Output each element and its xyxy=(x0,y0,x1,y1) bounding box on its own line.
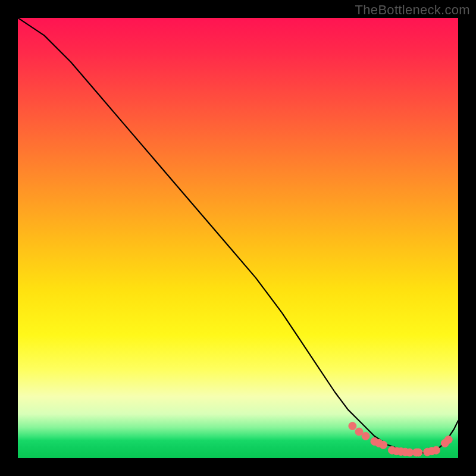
bottleneck-curve xyxy=(18,18,458,453)
data-marker xyxy=(349,422,356,430)
curve-markers xyxy=(349,422,452,456)
watermark-text: TheBottleneck.com xyxy=(355,2,470,18)
chart-frame: TheBottleneck.com xyxy=(0,0,476,476)
data-marker xyxy=(444,436,452,443)
data-marker xyxy=(433,446,440,454)
data-marker xyxy=(380,441,387,449)
data-marker xyxy=(415,449,422,456)
data-marker xyxy=(362,433,369,440)
chart-svg xyxy=(18,18,458,458)
plot-area xyxy=(18,18,458,458)
data-marker xyxy=(355,428,363,436)
